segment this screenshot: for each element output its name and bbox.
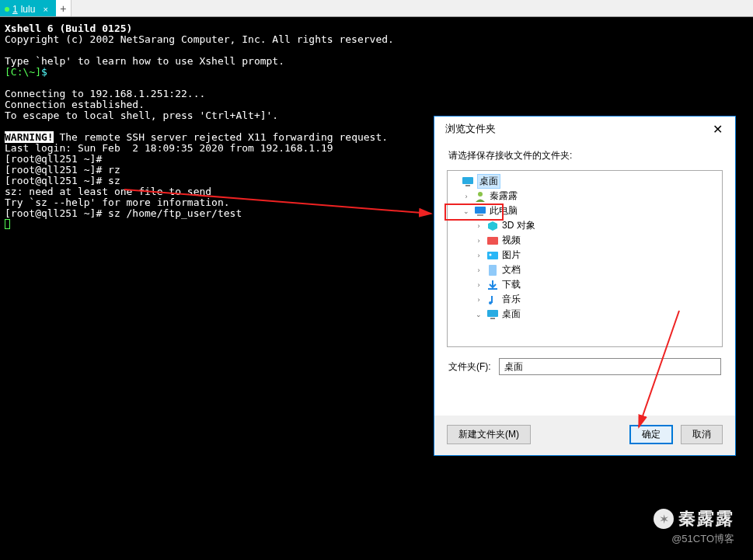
browse-folder-dialog: 浏览文件夹 ✕ 请选择保存接收文件的文件夹: 桌面 › 秦露露 ⌄ 此电脑 › [434, 116, 736, 456]
user-icon [474, 190, 486, 203]
terminal-line: Last login: Sun Feb 2 18:09:35 2020 from… [5, 142, 333, 154]
cancel-button[interactable]: 取消 [681, 425, 723, 444]
terminal-cmd: sz [102, 175, 120, 186]
tree-label: 此电脑 [490, 204, 518, 217]
terminal-warning-badge: WARNING! [5, 131, 54, 143]
folder-path-row: 文件夹(F): [448, 358, 721, 375]
chevron-right-icon[interactable]: › [474, 222, 483, 230]
dialog-button-row: 新建文件夹(M) 确定 取消 [434, 416, 735, 455]
svg-point-2 [478, 192, 483, 197]
svg-rect-3 [475, 207, 486, 214]
tab-add-button[interactable]: + [56, 0, 71, 16]
terminal-line: The remote SSH server rejected X11 forwa… [54, 131, 388, 143]
svg-rect-10 [488, 288, 497, 290]
terminal-ps1: [root@qll251 ~]# [5, 153, 102, 165]
svg-rect-6 [487, 237, 498, 245]
cube-icon [486, 220, 499, 232]
terminal-line: Connecting to 192.168.1.251:22... [5, 88, 205, 99]
chevron-right-icon[interactable]: › [474, 281, 483, 289]
terminal-line: To escape to local shell, press 'Ctrl+Al… [5, 110, 278, 121]
tree-item-desktop2[interactable]: ⌄ 桌面 [448, 307, 722, 322]
computer-icon [474, 205, 486, 217]
tab-index: 1 [12, 4, 18, 15]
tree-item-3dobjects[interactable]: › 3D 对象 [448, 218, 722, 233]
new-folder-button[interactable]: 新建文件夹(M) [447, 425, 531, 444]
chevron-right-icon[interactable]: › [474, 237, 483, 245]
svg-rect-4 [477, 214, 483, 216]
svg-point-8 [490, 253, 492, 256]
tree-item-pictures[interactable]: › 图片 [448, 248, 722, 263]
tree-item-videos[interactable]: › 视频 [448, 233, 722, 248]
terminal-line: sz: need at least one file to send [5, 186, 211, 197]
tab-bar: 1 lulu × + [0, 0, 753, 17]
svg-rect-14 [490, 318, 495, 319]
terminal-cursor [5, 219, 10, 229]
tab-label: lulu [21, 4, 36, 15]
terminal-line: Try `sz --help' for more information. [5, 197, 230, 208]
dialog-body: 请选择保存接收文件的文件夹: 桌面 › 秦露露 ⌄ 此电脑 › 3D 对象 [434, 141, 735, 416]
chevron-right-icon[interactable]: › [474, 296, 483, 304]
tree-item-desktop[interactable]: 桌面 [448, 174, 722, 189]
chevron-down-icon[interactable]: ⌄ [474, 311, 483, 318]
terminal-ps1: [root@qll251 ~]# [5, 175, 102, 186]
tree-item-documents[interactable]: › 文档 [448, 263, 722, 277]
chevron-right-icon[interactable]: › [474, 266, 483, 274]
chevron-right-icon[interactable]: › [462, 193, 471, 200]
status-dot-icon [5, 7, 9, 12]
tree-label: 图片 [502, 249, 521, 262]
monitor-icon [462, 176, 474, 188]
tree-label: 桌面 [502, 308, 521, 321]
folder-input[interactable] [499, 358, 721, 375]
close-icon[interactable]: ✕ [706, 119, 729, 140]
tab-active[interactable]: 1 lulu × [0, 0, 56, 16]
download-icon [486, 279, 499, 291]
svg-rect-13 [487, 310, 498, 317]
picture-icon [486, 249, 499, 262]
terminal-line: Connection established. [5, 99, 145, 110]
folder-label: 文件夹(F): [448, 360, 491, 374]
tree-label: 文档 [502, 263, 521, 277]
dialog-title: 浏览文件夹 [445, 122, 496, 136]
folder-tree[interactable]: 桌面 › 秦露露 ⌄ 此电脑 › 3D 对象 › 视频 [447, 170, 723, 347]
tree-item-thispc[interactable]: ⌄ 此电脑 [448, 203, 722, 218]
tree-item-downloads[interactable]: › 下载 [448, 277, 722, 292]
tree-label: 秦露露 [490, 190, 518, 203]
terminal-ps1: [root@qll251 ~]# [5, 164, 102, 176]
tree-label: 视频 [502, 234, 521, 247]
monitor-icon [486, 308, 499, 321]
chevron-right-icon[interactable]: › [474, 252, 483, 259]
terminal-line: Type `help' to learn how to use Xshell p… [5, 55, 284, 67]
video-icon [486, 235, 499, 247]
svg-marker-5 [488, 221, 497, 231]
terminal-cmd: rz [102, 164, 120, 176]
chevron-down-icon[interactable]: ⌄ [462, 207, 471, 215]
tree-label: 下载 [502, 278, 521, 291]
svg-rect-1 [465, 185, 470, 186]
terminal-ps1: [root@qll251 ~]# [5, 207, 102, 219]
terminal-prompt: [C:\~] [5, 66, 41, 78]
tree-label: 音乐 [502, 293, 521, 306]
ok-button[interactable]: 确定 [629, 425, 673, 444]
music-icon [486, 294, 499, 306]
tree-item-user[interactable]: › 秦露露 [448, 189, 722, 203]
tree-item-music[interactable]: › 音乐 [448, 292, 722, 307]
svg-rect-12 [491, 296, 493, 303]
terminal-line: Copyright (c) 2002 NetSarang Computer, I… [5, 33, 394, 45]
terminal-line: Xshell 6 (Build 0125) [5, 23, 132, 34]
document-icon [486, 264, 499, 277]
tree-label: 桌面 [477, 174, 500, 189]
svg-rect-9 [489, 265, 497, 276]
terminal-prompt-dollar: $ [41, 66, 47, 78]
terminal-cmd: sz /home/ftp_user/test [102, 207, 242, 219]
svg-rect-7 [487, 252, 498, 259]
dialog-prompt: 请选择保存接收文件的文件夹: [448, 149, 723, 162]
dialog-titlebar: 浏览文件夹 ✕ [434, 117, 735, 141]
svg-rect-0 [462, 177, 473, 184]
tree-label: 3D 对象 [502, 219, 535, 232]
tab-close-icon[interactable]: × [43, 5, 47, 14]
